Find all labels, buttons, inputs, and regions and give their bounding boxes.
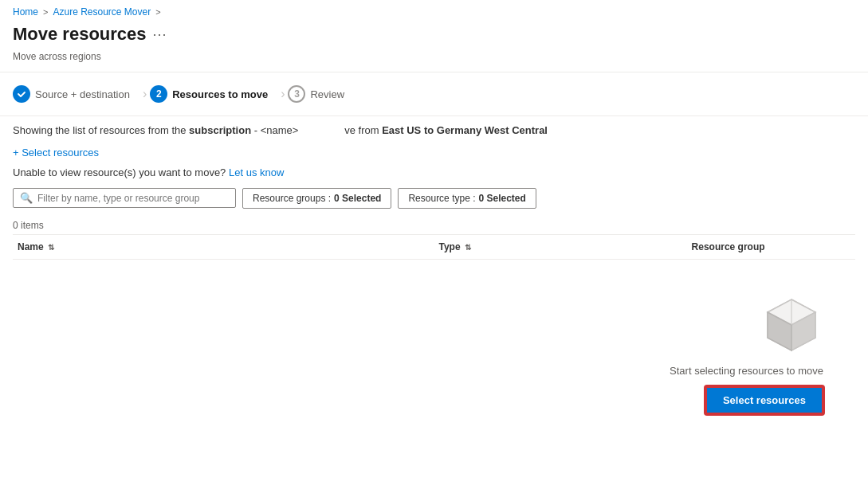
step2-circle: 2: [150, 85, 167, 103]
type-sort-icon[interactable]: ⇅: [465, 243, 471, 252]
step3-circle: 3: [288, 85, 305, 103]
step-sep-2: ›: [281, 87, 285, 101]
info-subscription: subscription: [189, 124, 251, 136]
step3-label: Review: [310, 88, 344, 100]
col-header-resource-group: Resource group: [687, 234, 855, 259]
filter-input-wrap[interactable]: 🔍: [13, 188, 236, 208]
breadcrumb-sep1: >: [43, 7, 48, 17]
info-prefix: Showing the list of resources from the: [13, 124, 189, 136]
cube-icon: [760, 292, 823, 355]
name-sort-icon[interactable]: ⇅: [48, 243, 54, 252]
filter-bar: 🔍 Resource groups : 0 Selected Resource …: [13, 188, 855, 209]
resource-groups-filter-btn[interactable]: Resource groups : 0 Selected: [242, 188, 391, 209]
breadcrumb: Home > Azure Resource Mover >: [0, 0, 868, 21]
breadcrumb-sep2: >: [155, 7, 160, 17]
resource-groups-label: Resource groups :: [253, 193, 331, 204]
resources-table-container: 0 items Name ⇅ Type ⇅ Resource group: [13, 215, 855, 260]
items-count: 0 items: [13, 215, 855, 234]
more-options-icon[interactable]: ···: [153, 26, 167, 43]
page-header: Move resources ···: [0, 21, 868, 51]
unable-text: Unable to view resource(s) you want to m…: [13, 166, 226, 178]
filter-input[interactable]: [37, 193, 229, 204]
empty-state: Start selecting resources to move Select…: [13, 260, 855, 438]
resource-type-filter-btn[interactable]: Resource type : 0 Selected: [398, 188, 536, 209]
search-icon: 🔍: [20, 192, 33, 204]
resource-groups-count: 0 Selected: [334, 193, 381, 204]
step-review[interactable]: 3 Review: [288, 82, 354, 106]
col-header-type[interactable]: Type ⇅: [434, 234, 687, 259]
breadcrumb-home[interactable]: Home: [13, 6, 38, 18]
info-text: Showing the list of resources from the s…: [13, 123, 855, 139]
breadcrumb-azure-resource-mover[interactable]: Azure Resource Mover: [53, 6, 151, 18]
info-move-prefix: ve from: [344, 124, 382, 136]
step-source-destination[interactable]: Source + destination: [13, 82, 139, 106]
empty-state-text: Start selecting resources to move: [670, 365, 823, 377]
step-resources-to-move[interactable]: 2 Resources to move: [150, 82, 277, 106]
col-header-name[interactable]: Name ⇅: [13, 234, 434, 259]
page-title: Move resources: [13, 24, 147, 45]
wizard-steps: Source + destination › 2 Resources to mo…: [0, 72, 868, 115]
step2-label: Resources to move: [172, 88, 268, 100]
main-content: Showing the list of resources from the s…: [0, 116, 868, 444]
step-sep-1: ›: [143, 87, 147, 101]
table-header-row: Name ⇅ Type ⇅ Resource group: [13, 234, 855, 259]
resource-type-label: Resource type :: [408, 193, 475, 204]
resources-table: Name ⇅ Type ⇅ Resource group: [13, 234, 855, 260]
resource-type-count: 0 Selected: [478, 193, 525, 204]
select-resources-link[interactable]: + Select resources: [13, 147, 99, 158]
let-us-know-link[interactable]: Let us know: [229, 166, 284, 178]
unable-text-row: Unable to view resource(s) you want to m…: [13, 166, 855, 178]
info-region: East US to Germany West Central: [382, 124, 548, 136]
info-name: - <name>: [251, 124, 298, 136]
page-subtitle: Move across regions: [0, 51, 868, 72]
step1-label: Source + destination: [35, 88, 130, 100]
step1-circle: [13, 85, 30, 103]
select-resources-button[interactable]: Select resources: [705, 386, 823, 414]
